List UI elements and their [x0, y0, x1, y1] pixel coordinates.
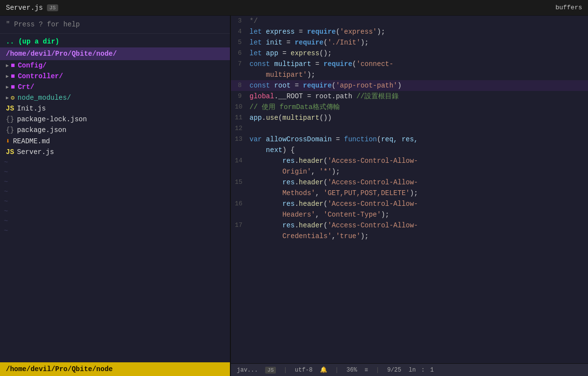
line-content: var allowCrossDomain = function(req, res… — [249, 134, 588, 145]
sidebar-item-init-js[interactable]: JS Init.js — [0, 103, 230, 114]
tilde-6: ~ — [0, 206, 230, 216]
code-line: 17 res.header('Access-Control-Allow- — [231, 220, 588, 231]
line-number: 17 — [231, 220, 249, 231]
main-layout: " Press ? for help .. (up a dir) /home/d… — [0, 16, 588, 376]
code-line: Headers', 'Content-Type'); — [231, 209, 588, 220]
sidebar: " Press ? for help .. (up a dir) /home/d… — [0, 16, 230, 376]
editor: 3*/4let express = require('express');5le… — [231, 16, 588, 376]
sidebar-item-server-js[interactable]: JS Server.js — [0, 147, 230, 157]
status-lang-badge: JS — [265, 367, 275, 374]
code-line: Origin', '*'); — [231, 166, 588, 177]
code-line: Methods', 'GET,PUT,POST,DELETE'); — [231, 188, 588, 199]
sidebar-item-pkg-lock[interactable]: {} package-lock.json — [0, 114, 230, 125]
sidebar-item-currentdir[interactable]: /home/devil/Pro/Qbite/node/ — [0, 47, 230, 60]
sidebar-item-controller[interactable]: ▶ ■ Controller/ — [0, 71, 230, 82]
code-line: 11app.use(multipart()) — [231, 112, 588, 123]
line-content: app.use(multipart()) — [249, 112, 588, 123]
code-line: next) { — [231, 145, 588, 155]
bell-icon: 🔔 — [320, 366, 327, 374]
sidebar-statusbar: /home/devil/Pro/Qbite/node — [0, 362, 230, 376]
code-line: 13var allowCrossDomain = function(req, r… — [231, 134, 588, 145]
line-content: Headers', 'Content-Type'); — [249, 209, 588, 220]
line-number: 10 — [231, 102, 249, 112]
line-content: res.header('Access-Control-Allow- — [249, 177, 588, 188]
line-number: 6 — [231, 48, 249, 59]
line-number: 8 — [231, 80, 249, 91]
code-line: 16 res.header('Access-Control-Allow- — [231, 199, 588, 209]
title-lang-badge: JS — [47, 4, 58, 11]
sidebar-item-crt[interactable]: ▶ ■ Crt/ — [0, 82, 230, 92]
status-encoding: utf-8 🔔 — [295, 366, 327, 374]
line-number: 16 — [231, 199, 249, 209]
tilde-7: ~ — [0, 216, 230, 226]
line-content: res.header('Access-Control-Allow- — [249, 155, 588, 166]
line-number: 14 — [231, 155, 249, 166]
title-filename: Server.js — [6, 4, 43, 12]
code-line: 15 res.header('Access-Control-Allow- — [231, 177, 588, 188]
line-content: multipart'); — [249, 69, 588, 80]
arrow-icon: ▶ — [6, 84, 9, 90]
code-line: 8const root = require('app-root-path') — [231, 80, 588, 91]
folder-icon: ■ — [11, 83, 15, 91]
line-content: Methods', 'GET,PUT,POST,DELETE'); — [249, 188, 588, 199]
code-line: multipart'); — [231, 69, 588, 80]
tilde-3: ~ — [0, 177, 230, 187]
line-content: res.header('Access-Control-Allow- — [249, 199, 588, 209]
code-line: 3*/ — [231, 16, 588, 26]
code-line: Credentials','true'); — [231, 231, 588, 242]
title-buffers-label: buffers — [555, 4, 582, 11]
arrow-icon: ▶ — [6, 95, 9, 101]
folder-icon: ■ — [11, 62, 15, 69]
editor-content: 3*/4let express = require('express');5le… — [231, 16, 588, 363]
code-line: 9global.__ROOT = root.path //設置根目錄 — [231, 91, 588, 102]
sidebar-item-config[interactable]: ▶ ■ Config/ — [0, 60, 230, 71]
tilde-4: ~ — [0, 187, 230, 197]
status-zoom: 36% ≡ — [346, 367, 368, 374]
line-number: 12 — [231, 123, 249, 134]
md-icon: ⬇ — [6, 137, 10, 145]
status-filetype: jav... JS — [237, 367, 276, 374]
line-number: 5 — [231, 37, 249, 48]
line-content: const multipart = require('connect- — [249, 59, 588, 69]
line-number: 7 — [231, 59, 249, 69]
js-icon: JS — [6, 148, 14, 156]
sidebar-item-readme[interactable]: ⬇ README.md — [0, 135, 230, 147]
status-position: 9/25 ln : 1 — [387, 367, 433, 374]
sidebar-item-pkg-json[interactable]: {} package.json — [0, 125, 230, 135]
line-content: let app = express(); — [249, 48, 588, 59]
sidebar-content: .. (up a dir) /home/devil/Pro/Qbite/node… — [0, 34, 230, 362]
tilde-8: ~ — [0, 226, 230, 236]
line-content: global.__ROOT = root.path //設置根目錄 — [249, 91, 588, 102]
tilde-2: ~ — [0, 167, 230, 177]
code-line: 7const multipart = require('connect- — [231, 59, 588, 69]
code-line: 12 — [231, 123, 588, 134]
line-content: let express = require('express'); — [249, 26, 588, 37]
sidebar-item-updir[interactable]: .. (up a dir) — [0, 36, 230, 47]
tilde-1: ~ — [0, 157, 230, 167]
code-line: 10// 使用 formData格式傳輸 — [231, 102, 588, 112]
line-content: const root = require('app-root-path') — [249, 80, 588, 91]
js-icon: JS — [6, 105, 14, 112]
arrow-icon: ▶ — [6, 73, 9, 79]
line-content: res.header('Access-Control-Allow- — [249, 220, 588, 231]
json-icon: {} — [6, 126, 14, 134]
line-content: let init = require('./Init'); — [249, 37, 588, 48]
line-content: Credentials','true'); — [249, 231, 588, 242]
npm-icon: ⚙ — [11, 94, 15, 102]
line-content: next) { — [249, 145, 588, 155]
code-line: 5let init = require('./Init'); — [231, 37, 588, 48]
tilde-5: ~ — [0, 197, 230, 206]
title-bar: Server.js JS buffers — [0, 0, 588, 16]
json-icon: {} — [6, 115, 14, 123]
line-number: 13 — [231, 134, 249, 145]
sidebar-item-node-modules[interactable]: ▶ ⚙ node_modules/ — [0, 92, 230, 103]
code-line: 14 res.header('Access-Control-Allow- — [231, 155, 588, 166]
line-number: 4 — [231, 26, 249, 37]
title-bar-left: Server.js JS — [6, 4, 58, 12]
editor-statusbar: jav... JS | utf-8 🔔 | 36% ≡ | 9/25 ln — [231, 363, 588, 376]
folder-icon: ■ — [11, 72, 15, 80]
line-content: */ — [249, 16, 588, 26]
line-number: 15 — [231, 177, 249, 188]
line-number: 3 — [231, 16, 249, 26]
line-number: 11 — [231, 112, 249, 123]
